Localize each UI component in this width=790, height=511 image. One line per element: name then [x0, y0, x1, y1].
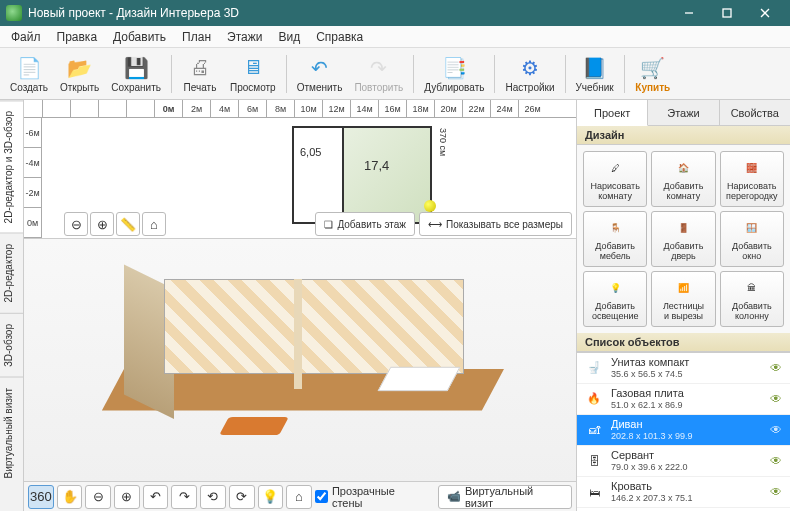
side-tab-2[interactable]: 3D-обзор — [0, 313, 23, 377]
view-360-icon[interactable]: 360 — [28, 485, 54, 509]
object-item[interactable]: 🚽Унитаз компакт35.6 x 56.5 x 74.5👁 — [577, 353, 790, 384]
ruler-tick: 20м — [434, 100, 462, 117]
settings-button[interactable]: ⚙Настройки — [499, 53, 560, 95]
ruler-tick: 16м — [378, 100, 406, 117]
visibility-icon[interactable]: 👁 — [770, 392, 784, 406]
tilt-down-icon[interactable]: ⟳ — [229, 485, 255, 509]
print-icon: 🖨 — [187, 55, 213, 81]
side-tab-1[interactable]: 2D-редактор — [0, 233, 23, 313]
ruler-tick: 26м — [518, 100, 546, 117]
3d-viewport[interactable] — [24, 238, 576, 481]
home-icon[interactable]: ⌂ — [142, 212, 166, 236]
design-icon: 🪑 — [604, 217, 626, 239]
measure-icon[interactable]: 📏 — [116, 212, 140, 236]
design-icon: 📶 — [672, 277, 694, 299]
design-btn-6[interactable]: 💡Добавитьосвещение — [583, 271, 647, 327]
tutorial-icon: 📘 — [582, 55, 608, 81]
create-button[interactable]: 📄Создать — [4, 53, 54, 95]
object-icon: 🛏 — [583, 481, 605, 503]
menu-Вид[interactable]: Вид — [271, 28, 307, 46]
zoom-out-button[interactable]: ⊖ — [64, 212, 88, 236]
tutorial-button[interactable]: 📘Учебник — [570, 53, 620, 95]
menu-Правка[interactable]: Правка — [50, 28, 105, 46]
buy-button[interactable]: 🛒Купить — [629, 53, 677, 95]
2d-floorplan-canvas[interactable]: 6,05 17,4 370 см ⊖ ⊕ 📏 ⌂ ❏Добавить этаж … — [42, 118, 576, 238]
menubar: ФайлПравкаДобавитьПланЭтажиВидСправка — [0, 26, 790, 48]
right-tabs: ПроектЭтажиСвойства — [577, 100, 790, 126]
titlebar: Новый проект - Дизайн Интерьера 3D — [0, 0, 790, 26]
zoom-in-icon[interactable]: ⊕ — [114, 485, 140, 509]
visibility-icon[interactable]: 👁 — [770, 423, 784, 437]
open-icon: 📂 — [67, 55, 93, 81]
menu-Файл[interactable]: Файл — [4, 28, 48, 46]
menu-Справка[interactable]: Справка — [309, 28, 370, 46]
object-list[interactable]: 🚽Унитаз компакт35.6 x 56.5 x 74.5👁🔥Газов… — [577, 352, 790, 511]
ruler-tick: 18м — [406, 100, 434, 117]
object-item[interactable]: 🛋Диван202.8 x 101.3 x 99.9👁 — [577, 415, 790, 446]
ruler-tick: 10м — [294, 100, 322, 117]
design-btn-2[interactable]: 🧱Нарисоватьперегородку — [720, 151, 784, 207]
virtual-visit-button[interactable]: 📹Виртуальный визит — [438, 485, 572, 509]
right-tab-Свойства[interactable]: Свойства — [720, 100, 790, 125]
minimize-button[interactable] — [670, 0, 708, 26]
design-btn-0[interactable]: 🖊Нарисоватькомнату — [583, 151, 647, 207]
design-btn-4[interactable]: 🚪Добавитьдверь — [651, 211, 715, 267]
design-icon: 🚪 — [672, 217, 694, 239]
visibility-icon[interactable]: 👁 — [770, 361, 784, 375]
duplicate-button[interactable]: 📑Дублировать — [418, 53, 490, 95]
close-button[interactable] — [746, 0, 784, 26]
object-item[interactable]: 🔥Газовая плита51.0 x 62.1 x 86.9👁 — [577, 384, 790, 415]
light-icon[interactable]: 💡 — [258, 485, 284, 509]
show-dimensions-button[interactable]: ⟷Показывать все размеры — [419, 212, 572, 236]
rotate-left-icon[interactable]: ↶ — [143, 485, 169, 509]
design-tools-grid: 🖊Нарисоватькомнату🏠Добавитькомнату🧱Нарис… — [577, 145, 790, 333]
design-btn-8[interactable]: 🏛Добавитьколонну — [720, 271, 784, 327]
undo-button[interactable]: ↶Отменить — [291, 53, 349, 95]
ruler-tick: 0м — [154, 100, 182, 117]
visibility-icon[interactable]: 👁 — [770, 485, 784, 499]
window-title: Новый проект - Дизайн Интерьера 3D — [28, 6, 670, 20]
main-toolbar: 📄Создать📂Открыть💾Сохранить🖨Печать🖥Просмо… — [0, 48, 790, 100]
design-icon: 🪟 — [741, 217, 763, 239]
preview-button[interactable]: 🖥Просмотр — [224, 53, 282, 95]
add-floor-button[interactable]: ❏Добавить этаж — [315, 212, 415, 236]
design-section-head: Дизайн — [577, 126, 790, 145]
design-btn-7[interactable]: 📶Лестницыи вырезы — [651, 271, 715, 327]
rotate-right-icon[interactable]: ↷ — [171, 485, 197, 509]
reset-view-icon[interactable]: ⌂ — [286, 485, 312, 509]
dimension-label: 370 см — [438, 128, 448, 156]
app-icon — [6, 5, 22, 21]
zoom-in-button[interactable]: ⊕ — [90, 212, 114, 236]
objects-section-head: Список объектов — [577, 333, 790, 352]
redo-button: ↷Повторить — [348, 53, 409, 95]
visibility-icon[interactable]: 👁 — [770, 454, 784, 468]
maximize-button[interactable] — [708, 0, 746, 26]
save-button[interactable]: 💾Сохранить — [105, 53, 167, 95]
floorplan-outline[interactable]: 6,05 17,4 — [292, 126, 432, 224]
create-icon: 📄 — [16, 55, 42, 81]
open-button[interactable]: 📂Открыть — [54, 53, 105, 95]
print-button[interactable]: 🖨Печать — [176, 53, 224, 95]
pan-icon[interactable]: ✋ — [57, 485, 83, 509]
camera-marker[interactable] — [424, 200, 436, 212]
transparent-walls-checkbox[interactable]: Прозрачные стены — [315, 485, 427, 509]
design-btn-5[interactable]: 🪟Добавитьокно — [720, 211, 784, 267]
design-btn-1[interactable]: 🏠Добавитькомнату — [651, 151, 715, 207]
right-tab-Проект[interactable]: Проект — [577, 100, 648, 126]
camera-icon: 📹 — [447, 490, 461, 503]
side-tab-0[interactable]: 2D-редактор и 3D-обзор — [0, 100, 23, 233]
menu-План[interactable]: План — [175, 28, 218, 46]
3d-toolbar: 360 ✋ ⊖ ⊕ ↶ ↷ ⟲ ⟳ 💡 ⌂ Прозрачные стены 📹… — [24, 481, 576, 511]
side-tab-3[interactable]: Виртуальный визит — [0, 377, 23, 489]
menu-Этажи[interactable]: Этажи — [220, 28, 269, 46]
zoom-out-icon[interactable]: ⊖ — [85, 485, 111, 509]
object-item[interactable]: 🛏Кровать146.2 x 207.3 x 75.1👁 — [577, 477, 790, 508]
redo-icon: ↷ — [366, 55, 392, 81]
design-btn-3[interactable]: 🪑Добавитьмебель — [583, 211, 647, 267]
preview-icon: 🖥 — [240, 55, 266, 81]
transparent-walls-input[interactable] — [315, 490, 328, 503]
tilt-up-icon[interactable]: ⟲ — [200, 485, 226, 509]
menu-Добавить[interactable]: Добавить — [106, 28, 173, 46]
object-item[interactable]: 🗄Сервант79.0 x 39.6 x 222.0👁 — [577, 446, 790, 477]
right-tab-Этажи[interactable]: Этажи — [648, 100, 719, 125]
